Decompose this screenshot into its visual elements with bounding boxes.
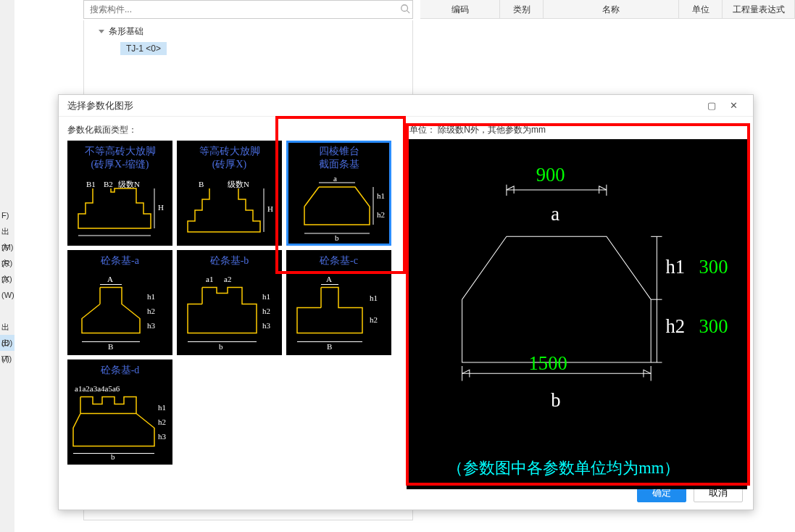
svg-text:A: A	[107, 275, 113, 283]
svg-text:h1: h1	[370, 294, 378, 302]
thumb-equal-brick[interactable]: 等高砖大放脚(砖厚X) B级数N H	[177, 141, 282, 246]
thumb-unequal-brick[interactable]: 不等高砖大放脚(砖厚X-缩缝) B1B2级数N H	[67, 141, 172, 246]
left-label: 参数化截面类型：	[67, 124, 398, 136]
svg-text:a: a	[333, 174, 337, 183]
left-sidebar-fragment: F) 出(M) 方(R) 方(X) 方(W) 出(D) 出(T) V)	[0, 0, 14, 532]
col-unit: 单位	[679, 0, 723, 18]
col-expr: 工程量表达式	[723, 0, 795, 18]
maximize-icon[interactable]: ▢	[701, 95, 723, 116]
col-type: 类别	[500, 0, 544, 18]
svg-text:级数N: 级数N	[118, 180, 140, 188]
preview-canvas: 900 a h1 300 h2 300	[407, 139, 747, 489]
svg-text:a: a	[551, 203, 559, 225]
svg-text:h3: h3	[262, 321, 271, 330]
svg-text:h3: h3	[147, 321, 156, 330]
svg-text:h2: h2	[370, 315, 378, 324]
svg-text:a1a2a3a4a5a6: a1a2a3a4a5a6	[75, 384, 120, 393]
svg-text:a1: a1	[206, 275, 213, 283]
svg-text:h1: h1	[262, 292, 270, 301]
svg-text:b: b	[551, 389, 560, 411]
svg-text:h2: h2	[147, 307, 155, 315]
svg-text:300: 300	[699, 256, 728, 278]
close-icon[interactable]: ✕	[723, 95, 744, 116]
thumb-concrete-b[interactable]: 砼条基-b a1a2 h1h2h3 b	[177, 250, 282, 355]
thumb-concrete-a[interactable]: 砼条基-a A h1h2h3 B	[67, 250, 172, 355]
svg-text:H: H	[267, 204, 273, 213]
svg-text:h1: h1	[377, 191, 385, 200]
dialog-title: 选择参数化图形	[67, 95, 701, 116]
svg-text:B: B	[108, 342, 113, 351]
svg-text:1500: 1500	[529, 352, 567, 374]
svg-text:h2: h2	[158, 417, 166, 426]
svg-text:300: 300	[699, 315, 728, 337]
thumb-concrete-d[interactable]: 砼条基-d a1a2a3a4a5a6 h1h2h3 b	[67, 359, 172, 465]
svg-text:级数N: 级数N	[228, 180, 249, 188]
svg-text:b: b	[111, 452, 115, 461]
svg-line-1	[407, 10, 410, 13]
right-label: 单位： 除级数N外，其他参数为mm	[407, 124, 753, 136]
thumb-frustum[interactable]: 四棱锥台截面条基 a h1 h2 b	[286, 141, 391, 246]
thumb-scroll[interactable]: 不等高砖大放脚(砖厚X-缩缝) B1B2级数N H 等高砖大放脚(砖厚X) B级…	[67, 141, 398, 474]
search-input-container[interactable]	[83, 0, 413, 19]
left-pane: 参数化截面类型： 不等高砖大放脚(砖厚X-缩缝) B1B2级数N H	[59, 117, 407, 479]
svg-text:h1: h1	[666, 256, 686, 278]
svg-text:h2: h2	[377, 210, 385, 219]
dialog-titlebar: 选择参数化图形 ▢ ✕	[59, 95, 753, 117]
svg-text:h1: h1	[147, 292, 155, 301]
svg-text:b: b	[335, 233, 339, 242]
chevron-down-icon	[99, 30, 104, 33]
tree-child[interactable]: TJ-1 <0>	[120, 42, 167, 55]
right-pane: 单位： 除级数N外，其他参数为mm 900 a	[407, 117, 753, 479]
table-header: 编码 类别 名称 单位 工程量表达式	[420, 0, 795, 19]
col-code: 编码	[420, 0, 500, 18]
svg-text:B2: B2	[104, 180, 113, 188]
svg-text:a2: a2	[224, 275, 231, 283]
search-input[interactable]	[84, 4, 398, 14]
svg-text:h1: h1	[158, 403, 166, 412]
svg-text:B: B	[327, 342, 332, 351]
svg-text:h3: h3	[158, 432, 167, 441]
tree-root[interactable]: 条形基础	[84, 23, 412, 40]
svg-text:900: 900	[536, 164, 565, 186]
svg-text:B: B	[199, 180, 204, 188]
svg-text:H: H	[158, 203, 164, 212]
svg-text:h2: h2	[666, 315, 686, 337]
svg-text:A: A	[326, 275, 332, 283]
svg-text:B1: B1	[86, 180, 96, 188]
svg-text:b: b	[219, 342, 223, 351]
col-name: 名称	[544, 0, 679, 18]
svg-point-0	[401, 4, 408, 11]
search-icon[interactable]	[398, 4, 412, 16]
svg-text:h2: h2	[262, 307, 270, 315]
thumb-concrete-c[interactable]: 砼条基-c A h1h2 B	[286, 250, 391, 355]
param-shape-dialog: 选择参数化图形 ▢ ✕ 参数化截面类型： 不等高砖大放脚(砖厚X-缩缝) B1B…	[58, 94, 754, 510]
svg-text:（参数图中各参数单位均为mm）: （参数图中各参数单位均为mm）	[447, 459, 680, 477]
